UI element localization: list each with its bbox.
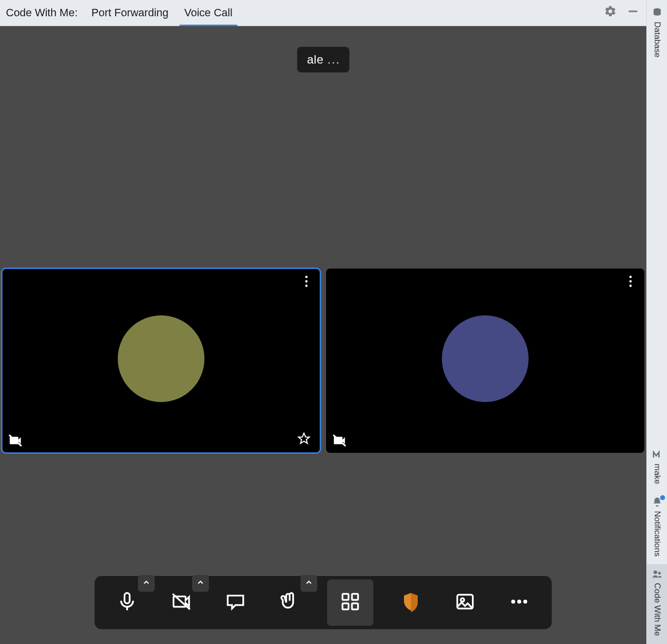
svg-point-21: [523, 600, 527, 604]
chevron-up-icon: [304, 578, 313, 589]
participant-tile[interactable]: [326, 269, 644, 453]
call-control-bar: [95, 576, 552, 629]
minimize-icon: [627, 5, 639, 21]
code-with-me-icon: [651, 568, 663, 580]
svg-rect-16: [352, 604, 358, 610]
svg-point-1: [305, 276, 308, 278]
right-tool-rail: Database make Notifications Code With Me: [646, 0, 667, 644]
image-icon: [455, 591, 475, 614]
database-icon: [651, 7, 663, 19]
rail-make[interactable]: make: [647, 445, 667, 492]
shield-icon: [400, 591, 421, 614]
svg-rect-13: [342, 594, 348, 600]
pin-button[interactable]: [298, 432, 312, 447]
rail-database[interactable]: Database: [647, 3, 667, 66]
avatar: [442, 315, 529, 402]
svg-rect-15: [342, 604, 348, 610]
svg-point-7: [630, 280, 632, 283]
hand-icon: [279, 591, 300, 614]
tab-voice-call[interactable]: Voice Call: [179, 0, 237, 26]
camera-off-icon: [332, 441, 347, 449]
tile-menu-button[interactable]: [300, 273, 313, 291]
svg-point-19: [511, 600, 515, 604]
star-icon: [298, 438, 310, 446]
svg-rect-14: [352, 594, 358, 600]
svg-point-20: [517, 600, 521, 604]
tile-menu-button[interactable]: [624, 273, 637, 291]
grid-icon: [340, 591, 361, 614]
chat-icon: [225, 591, 246, 614]
svg-point-23: [653, 571, 657, 574]
gear-icon: [604, 5, 617, 21]
notification-dot: [660, 495, 665, 500]
camera-off-icon: [8, 441, 23, 449]
svg-rect-10: [125, 593, 130, 604]
hand-options[interactable]: [300, 575, 317, 592]
tab-label: Port Forwarding: [92, 6, 169, 19]
chevron-up-icon: [196, 578, 205, 589]
svg-point-24: [658, 572, 661, 575]
speaking-indicator: ale ...: [297, 47, 349, 72]
svg-point-2: [305, 280, 308, 283]
chat-button[interactable]: [219, 586, 252, 619]
bell-icon: [651, 496, 663, 508]
more-button[interactable]: [502, 586, 536, 619]
svg-point-3: [305, 285, 308, 287]
mic-options[interactable]: [138, 575, 155, 592]
make-icon: [651, 449, 663, 461]
svg-point-6: [630, 276, 632, 278]
rail-label: Notifications: [652, 511, 662, 557]
camera-off-icon: [171, 591, 192, 614]
rail-notifications[interactable]: Notifications: [647, 492, 667, 565]
more-icon: [509, 591, 530, 614]
minimize-button[interactable]: [625, 4, 641, 21]
settings-button[interactable]: [602, 4, 619, 21]
grid-view-button[interactable]: [327, 579, 373, 626]
rail-code-with-me[interactable]: Code With Me: [647, 564, 667, 644]
tab-port-forwarding[interactable]: Port Forwarding: [87, 0, 174, 26]
rail-label: make: [652, 464, 662, 484]
chevron-up-icon: [142, 578, 151, 589]
svg-marker-5: [299, 433, 309, 443]
rail-label: Database: [652, 22, 662, 58]
rail-label: Code With Me: [652, 583, 662, 636]
participant-tile[interactable]: [2, 269, 320, 453]
speaker-name: ale: [307, 53, 324, 67]
svg-point-8: [630, 285, 632, 287]
camera-off-indicator: [332, 433, 349, 448]
main-panel: Code With Me: Port Forwarding Voice Call…: [0, 0, 646, 644]
kebab-icon: [629, 275, 632, 289]
tab-label: Voice Call: [184, 6, 233, 19]
screenshot-button[interactable]: [448, 586, 482, 619]
avatar: [118, 315, 204, 402]
raise-hand-button[interactable]: [273, 586, 306, 619]
camera-options[interactable]: [192, 575, 209, 592]
kebab-icon: [305, 275, 308, 289]
header-bar: Code With Me: Port Forwarding Voice Call: [0, 0, 646, 26]
mic-button[interactable]: [110, 586, 144, 619]
svg-point-18: [461, 598, 464, 602]
camera-off-indicator: [8, 433, 25, 448]
participant-grid: [2, 269, 644, 453]
call-body: ale ...: [0, 26, 646, 644]
ellipsis-icon: ...: [328, 53, 340, 67]
security-button[interactable]: [394, 586, 428, 619]
camera-button[interactable]: [165, 586, 198, 619]
mic-icon: [117, 591, 137, 614]
panel-title: Code With Me:: [5, 6, 81, 19]
